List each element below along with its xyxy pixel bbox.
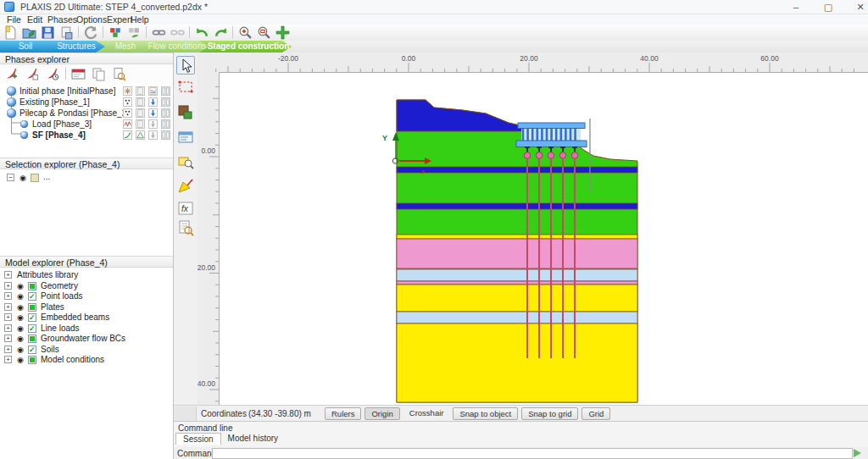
columns-icon[interactable]: [161, 130, 170, 140]
copy-phase-icon[interactable]: [92, 67, 106, 81]
visibility-toggle-square[interactable]: [28, 356, 36, 364]
maximize-button[interactable]: ▢: [815, 0, 841, 14]
arrow-gray-icon[interactable]: [148, 130, 158, 140]
undo-icon[interactable]: [195, 25, 209, 40]
save-icon[interactable]: [41, 25, 55, 40]
run-command-icon[interactable]: [854, 449, 861, 457]
safety-icon[interactable]: [123, 130, 132, 140]
expand-icon[interactable]: +: [4, 282, 12, 290]
model-explorer-row[interactable]: +◉✓Line loads: [0, 324, 173, 334]
status-button-origin[interactable]: Origin: [364, 407, 399, 420]
preview-phase-icon[interactable]: [112, 67, 126, 81]
status-button-rulers[interactable]: Rulers: [325, 407, 361, 420]
soil-layer[interactable]: [397, 269, 637, 281]
page-icon[interactable]: [136, 108, 145, 118]
expand-icon[interactable]: +: [4, 335, 12, 342]
expand-icon[interactable]: +: [4, 292, 12, 300]
status-button-crosshair[interactable]: Crosshair: [403, 407, 450, 420]
eye-icon[interactable]: ◉: [16, 335, 25, 343]
soil-select-icon[interactable]: [176, 103, 195, 122]
soil-layer[interactable]: [397, 312, 637, 324]
water-icon[interactable]: [148, 86, 158, 96]
zoom-rect-icon[interactable]: [176, 152, 195, 171]
preview-page-icon[interactable]: [176, 218, 195, 237]
checkbox-checked[interactable]: ✓: [28, 313, 36, 322]
packages-icon[interactable]: [108, 25, 123, 40]
pile-head[interactable]: [559, 152, 566, 159]
zoom-fit-icon[interactable]: [275, 25, 290, 40]
close-button[interactable]: ✕: [848, 0, 868, 14]
table-window-icon[interactable]: [176, 128, 195, 147]
minimize-button[interactable]: –: [783, 0, 809, 14]
eye-icon[interactable]: ◉: [16, 292, 25, 301]
model-explorer-row[interactable]: +◉Plates: [0, 302, 173, 312]
expand-icon[interactable]: +: [4, 324, 12, 332]
checkbox-checked[interactable]: ✓: [28, 292, 36, 301]
visibility-toggle-square[interactable]: [28, 303, 36, 312]
delete-phase-icon[interactable]: [45, 67, 59, 81]
selection-thumbnail[interactable]: [31, 174, 39, 182]
status-button-snap-to-object[interactable]: Snap to object: [453, 407, 518, 420]
tab-soil[interactable]: Soil: [0, 41, 51, 53]
plastic-icon[interactable]: [123, 97, 132, 107]
columns-icon[interactable]: [161, 108, 170, 118]
eye-icon[interactable]: ◉: [16, 303, 25, 312]
expand-icon[interactable]: +: [4, 356, 12, 363]
expand-icon[interactable]: +: [4, 271, 12, 279]
redo-icon[interactable]: [214, 25, 228, 40]
top-soil-layer[interactable]: [397, 100, 534, 131]
menu-file[interactable]: File: [5, 14, 23, 25]
select-rect-icon[interactable]: [176, 78, 195, 97]
insert-phase-icon[interactable]: [25, 67, 39, 81]
model-explorer-row[interactable]: +◉Model conditions: [0, 355, 173, 365]
edit-phases-icon[interactable]: [71, 67, 86, 81]
dynamic-icon[interactable]: [123, 119, 132, 129]
measure-icon[interactable]: [176, 177, 195, 196]
phase-row[interactable]: Pilecap & Pondasi [Phase_2]: [0, 108, 173, 119]
model-explorer-row[interactable]: +◉Groundwater flow BCs: [0, 334, 173, 344]
phase-row[interactable]: Load [Phase_3]: [0, 119, 173, 130]
pile-head[interactable]: [536, 152, 542, 159]
arrow-gray-icon[interactable]: [148, 119, 158, 129]
pile-head[interactable]: [571, 152, 578, 159]
pilecap-top-plate[interactable]: [518, 123, 585, 129]
new-file-icon[interactable]: [3, 25, 18, 40]
visibility-toggle-square[interactable]: [28, 335, 36, 343]
command-input[interactable]: [212, 448, 853, 459]
pile-head[interactable]: [524, 152, 531, 159]
visibility-toggle-square[interactable]: [28, 282, 36, 290]
model-explorer-row[interactable]: +◉✓Point loads: [0, 291, 173, 301]
cmd-tab-session[interactable]: Session: [175, 433, 221, 445]
soil-layer[interactable]: [397, 285, 637, 312]
page-icon[interactable]: [136, 97, 145, 107]
soil-layer[interactable]: [397, 281, 637, 285]
link-icon[interactable]: [152, 25, 166, 40]
eye-icon[interactable]: ◉: [19, 174, 27, 182]
open-project-icon[interactable]: [22, 25, 36, 40]
delta-icon[interactable]: [136, 130, 145, 140]
expand-icon[interactable]: +: [4, 346, 12, 353]
add-phase-icon[interactable]: [4, 67, 19, 81]
zoom-box-icon[interactable]: [257, 25, 271, 40]
checkbox-checked[interactable]: ✓: [28, 324, 36, 333]
status-button-snap-to-grid[interactable]: Snap to grid: [521, 407, 578, 420]
eye-icon[interactable]: ◉: [16, 282, 25, 290]
phase-row[interactable]: Initial phase [InitialPhase]: [0, 86, 173, 97]
packages-alt-icon[interactable]: [127, 25, 142, 40]
cursor-icon[interactable]: [176, 56, 195, 75]
eye-icon[interactable]: ◉: [16, 356, 25, 364]
pilecap-bottom-plate[interactable]: [516, 141, 587, 147]
soil-layer[interactable]: [397, 324, 637, 402]
menu-help[interactable]: Help: [129, 14, 151, 25]
soil-layer[interactable]: [397, 235, 637, 239]
model-explorer-row[interactable]: +Attributes library: [0, 270, 173, 280]
phase-row[interactable]: Existing [Phase_1]: [0, 97, 173, 108]
model-explorer-row[interactable]: +◉✓Embedded beams: [0, 312, 173, 323]
unlink-icon[interactable]: [170, 25, 185, 40]
page-icon[interactable]: [136, 86, 145, 96]
collapse-icon[interactable]: −: [7, 174, 14, 181]
save-copy-icon[interactable]: [59, 25, 74, 40]
page-icon[interactable]: [136, 119, 145, 129]
model-explorer-row[interactable]: +◉Geometry: [0, 281, 173, 291]
plastic-icon[interactable]: [123, 108, 132, 118]
